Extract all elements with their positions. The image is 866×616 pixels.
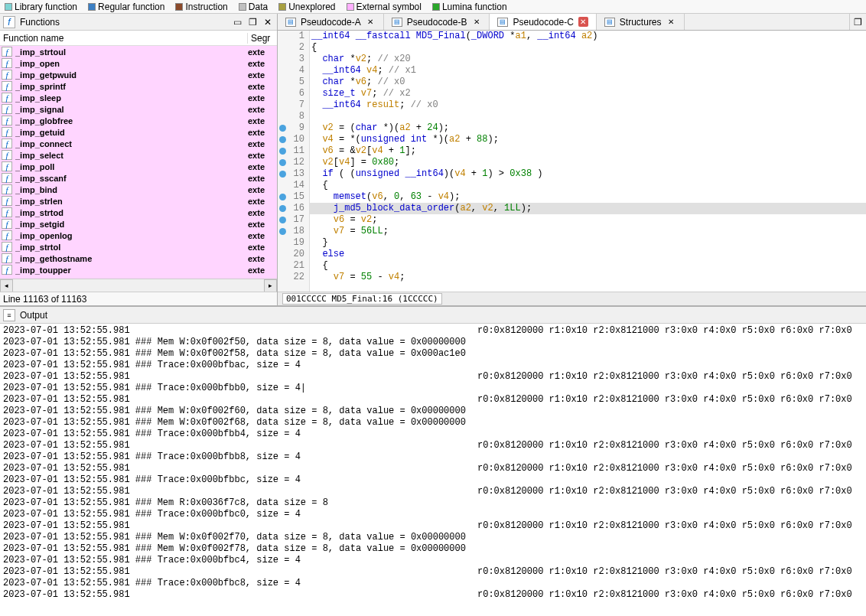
tab-close-icon[interactable]: ✕ <box>666 17 676 27</box>
function-row[interactable]: f_imp_strlenexte <box>0 195 277 207</box>
function-row[interactable]: f_imp_sleepexte <box>0 92 277 103</box>
output-line: 2023-07-01 13:52:55.981r0:0x8120000 r1:0… <box>3 566 863 578</box>
breakpoint-icon[interactable] <box>279 217 286 223</box>
line-number[interactable]: 12 <box>278 157 304 168</box>
code-line[interactable]: if ( (unsigned __int64)(v4 + 1) > 0x38 ) <box>310 168 866 180</box>
breakpoint-icon[interactable] <box>279 171 286 178</box>
functions-header: f Functions ▭ ❐ ✕ <box>0 14 277 31</box>
function-row[interactable]: f_imp_selectexte <box>0 149 277 161</box>
function-row[interactable]: f_imp_strtodexte <box>0 207 277 218</box>
function-row[interactable]: f_imp_connectexte <box>0 138 277 149</box>
line-number[interactable]: 8 <box>278 111 304 122</box>
code-line[interactable]: size_t v7; // x2 <box>310 88 866 99</box>
function-row[interactable]: f_imp_signalexte <box>0 103 277 115</box>
function-row[interactable]: f_imp_openlogexte <box>0 230 277 241</box>
line-number[interactable]: 11 <box>278 145 304 157</box>
line-number[interactable]: 1 <box>278 31 304 42</box>
function-row[interactable]: f_imp_globfreeexte <box>0 115 277 126</box>
breakpoint-icon[interactable] <box>279 205 286 212</box>
function-row[interactable]: f_imp_pollexte <box>0 161 277 172</box>
line-number[interactable]: 19 <box>278 237 304 249</box>
scroll-right-icon[interactable]: ▸ <box>264 279 277 292</box>
code-line[interactable]: v2[v4] = 0x80; <box>310 157 866 168</box>
breakpoint-icon[interactable] <box>279 136 286 143</box>
dock-icon[interactable]: ▭ <box>231 16 243 28</box>
breakpoint-icon[interactable] <box>279 125 286 132</box>
function-row[interactable]: f_imp_getuidexte <box>0 126 277 138</box>
tab-pseudocode-c[interactable]: ▤Pseudocode-C✕ <box>490 14 596 30</box>
function-row[interactable]: f_imp_strtolexte <box>0 241 277 253</box>
code-line[interactable]: __int64 result; // x0 <box>310 99 866 111</box>
line-number[interactable]: 7 <box>278 99 304 111</box>
line-number[interactable]: 2 <box>278 42 304 54</box>
code-line[interactable]: } <box>310 237 866 249</box>
restore-icon[interactable]: ❐ <box>246 16 259 28</box>
code-line[interactable]: { <box>310 180 866 191</box>
line-number[interactable]: 5 <box>278 77 304 88</box>
function-row[interactable]: f_imp_toupperexte <box>0 264 277 275</box>
tab-close-icon[interactable]: ✕ <box>578 17 588 27</box>
close-icon[interactable]: ✕ <box>262 16 274 28</box>
functions-list[interactable]: f_imp_strtoulextef_imp_openextef_imp_get… <box>0 46 277 279</box>
code-line[interactable]: v7 = 56LL; <box>310 226 866 237</box>
line-number[interactable]: 3 <box>278 54 304 65</box>
col-segment[interactable]: Segr <box>248 33 277 44</box>
function-row[interactable]: f_imp_openexte <box>0 57 277 69</box>
code-line[interactable]: memset(v6, 0, 63 - v4); <box>310 191 866 203</box>
code-lines[interactable]: __int64 __fastcall MD5_Final(_DWORD *a1,… <box>310 31 866 292</box>
code-line[interactable]: j_md5_block_data_order(a2, v2, 1LL); <box>310 203 866 214</box>
function-row[interactable]: f_imp_sprintfexte <box>0 80 277 92</box>
code-line[interactable]: __int64 v4; // x1 <box>310 65 866 77</box>
code-line[interactable]: char *v2; // x20 <box>310 54 866 65</box>
function-row[interactable]: f_imp_gethostnameexte <box>0 253 277 264</box>
output-body[interactable]: 2023-07-01 13:52:55.981r0:0x8120000 r1:0… <box>0 324 866 616</box>
output-text: 2023-07-01 13:52:55.981 ### Trace:0x000b… <box>3 555 477 566</box>
function-row[interactable]: f_imp_sscanfexte <box>0 172 277 184</box>
code-line[interactable]: { <box>310 42 866 54</box>
tab-structures[interactable]: ▤Structures✕ <box>597 14 685 30</box>
code-body[interactable]: 12345678910111213141516171819202122 __in… <box>278 31 866 292</box>
tab-close-icon[interactable]: ✕ <box>471 17 481 27</box>
line-number[interactable]: 13 <box>278 168 304 180</box>
line-number[interactable]: 21 <box>278 260 304 272</box>
output-panel: ≡ Output 2023-07-01 13:52:55.981r0:0x812… <box>0 306 866 616</box>
breakpoint-icon[interactable] <box>279 148 286 155</box>
line-number[interactable]: 16 <box>278 203 304 214</box>
legend-swatch <box>175 3 183 11</box>
code-line[interactable]: char *v6; // x0 <box>310 77 866 88</box>
function-row[interactable]: f_imp_bindexte <box>0 184 277 195</box>
code-line[interactable]: v4 = *(unsigned int *)(a2 + 88); <box>310 134 866 145</box>
function-row[interactable]: f_imp_setgidexte <box>0 218 277 230</box>
line-number[interactable]: 6 <box>278 88 304 99</box>
breakpoint-icon[interactable] <box>279 194 286 200</box>
line-number[interactable]: 17 <box>278 214 304 226</box>
code-line[interactable]: v6 = &v2[v4 + 1]; <box>310 145 866 157</box>
code-line[interactable]: v2 = (char *)(a2 + 24); <box>310 122 866 134</box>
functions-hscroll[interactable]: ◂ ▸ <box>0 279 277 292</box>
line-number[interactable]: 22 <box>278 272 304 283</box>
breakpoint-icon[interactable] <box>279 159 286 166</box>
line-number[interactable]: 18 <box>278 226 304 237</box>
line-number[interactable]: 9 <box>278 122 304 134</box>
col-function-name[interactable]: Function name <box>0 33 248 44</box>
gutter[interactable]: 12345678910111213141516171819202122 <box>278 31 310 292</box>
function-row[interactable]: f_imp_getpwuidexte <box>0 69 277 80</box>
code-line[interactable]: v7 = 55 - v4; <box>310 272 866 283</box>
tab-pseudocode-a[interactable]: ▤Pseudocode-A✕ <box>278 14 384 30</box>
scroll-left-icon[interactable]: ◂ <box>0 279 13 292</box>
code-line[interactable]: __int64 __fastcall MD5_Final(_DWORD *a1,… <box>310 31 866 42</box>
line-number[interactable]: 14 <box>278 180 304 191</box>
code-line[interactable]: v6 = v2; <box>310 214 866 226</box>
code-line[interactable]: { <box>310 260 866 272</box>
tab-close-icon[interactable]: ✕ <box>366 17 376 27</box>
code-line[interactable] <box>310 111 866 122</box>
tab-pseudocode-b[interactable]: ▤Pseudocode-B✕ <box>384 14 490 30</box>
line-number[interactable]: 20 <box>278 249 304 260</box>
breakpoint-icon[interactable] <box>279 228 286 235</box>
code-line[interactable]: else <box>310 249 866 260</box>
line-number[interactable]: 10 <box>278 134 304 145</box>
tabs-restore-icon[interactable]: ❐ <box>849 14 866 30</box>
line-number[interactable]: 15 <box>278 191 304 203</box>
line-number[interactable]: 4 <box>278 65 304 77</box>
function-row[interactable]: f_imp_strtoulexte <box>0 46 277 57</box>
